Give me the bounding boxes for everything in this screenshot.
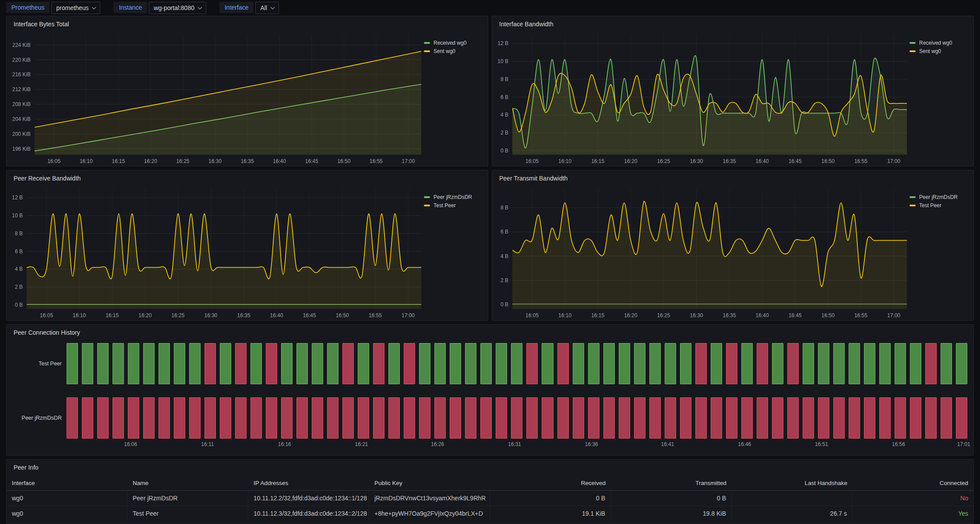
state-bar-connected[interactable] — [772, 343, 783, 384]
state-bar-connected[interactable] — [388, 343, 400, 384]
state-bar-disconnected[interactable] — [695, 343, 707, 384]
state-bar-disconnected[interactable] — [235, 343, 247, 384]
state-bar-disconnected[interactable] — [373, 343, 384, 384]
state-bar-connected[interactable] — [910, 343, 921, 384]
state-bar-connected[interactable] — [434, 343, 446, 384]
table-header-cell[interactable]: IP Addresses — [248, 476, 369, 491]
time-series-chart[interactable]: 12 B10 B8 B6 B4 B2 B0 B16:0516:1016:1516… — [7, 184, 424, 320]
state-bar-disconnected[interactable] — [388, 397, 400, 439]
state-bar-disconnected[interactable] — [588, 397, 599, 439]
state-bar-disconnected[interactable] — [726, 397, 737, 439]
panel-title[interactable]: Peer Receive Bandwidth — [7, 170, 488, 184]
state-bar-connected[interactable] — [496, 343, 507, 384]
panel-title[interactable]: Peer Info — [7, 460, 973, 473]
state-bar-disconnected[interactable] — [895, 397, 906, 439]
table-header-cell[interactable]: Name — [127, 476, 248, 491]
state-bar-disconnected[interactable] — [373, 397, 384, 439]
state-bar-disconnected[interactable] — [128, 397, 139, 439]
state-bar-disconnected[interactable] — [511, 397, 522, 439]
legend-item[interactable]: Peer jRzmDsDR — [909, 194, 971, 200]
state-bar-disconnected[interactable] — [496, 397, 507, 439]
state-bar-connected[interactable] — [649, 343, 661, 384]
state-bar-disconnected[interactable] — [695, 397, 707, 439]
state-bar-disconnected[interactable] — [404, 343, 415, 384]
state-bar-connected[interactable] — [143, 343, 155, 384]
state-bar-connected[interactable] — [895, 343, 906, 384]
state-bar-connected[interactable] — [542, 343, 553, 384]
legend-item[interactable]: Sent wg0 — [909, 48, 971, 54]
state-bar-connected[interactable] — [665, 343, 676, 384]
state-bar-connected[interactable] — [818, 343, 829, 384]
state-bar-connected[interactable] — [711, 343, 722, 384]
state-bar-disconnected[interactable] — [941, 397, 952, 439]
state-bar-disconnected[interactable] — [204, 397, 216, 439]
state-bar-disconnected[interactable] — [619, 397, 630, 439]
state-bar-connected[interactable] — [159, 343, 170, 384]
state-bar-disconnected[interactable] — [174, 397, 185, 439]
table-header-cell[interactable]: Transmitted — [611, 476, 732, 491]
state-bar-connected[interactable] — [619, 343, 630, 384]
state-bar-disconnected[interactable] — [480, 397, 492, 439]
state-bar-connected[interactable] — [803, 343, 814, 384]
state-bar-disconnected[interactable] — [404, 397, 415, 439]
state-bar-connected[interactable] — [480, 343, 492, 384]
state-bar-disconnected[interactable] — [296, 397, 308, 439]
state-bar-disconnected[interactable] — [787, 343, 799, 384]
state-bar-connected[interactable] — [419, 343, 430, 384]
table-header-cell[interactable]: Connected — [853, 476, 973, 491]
panel-title[interactable]: Peer Connection History — [7, 325, 973, 338]
state-bar-disconnected[interactable] — [189, 397, 201, 439]
state-bar-disconnected[interactable] — [833, 397, 845, 439]
state-bar-disconnected[interactable] — [143, 397, 155, 439]
state-bar-disconnected[interactable] — [434, 397, 446, 439]
state-bar-connected[interactable] — [97, 343, 109, 384]
panel-title[interactable]: Peer Transmit Bandwidth — [492, 170, 973, 184]
state-bar-disconnected[interactable] — [327, 397, 338, 439]
state-bar-connected[interactable] — [220, 343, 231, 384]
state-bar-connected[interactable] — [956, 343, 967, 384]
state-bar-disconnected[interactable] — [113, 397, 124, 439]
panel-title[interactable]: Interface Bandwidth — [492, 16, 973, 29]
state-bar-disconnected[interactable] — [419, 397, 430, 439]
state-bar-disconnected[interactable] — [465, 397, 476, 439]
state-bar-connected[interactable] — [573, 343, 584, 384]
state-bar-disconnected[interactable] — [649, 397, 661, 439]
state-bar-connected[interactable] — [189, 343, 201, 384]
state-bar-connected[interactable] — [82, 343, 93, 384]
legend-item[interactable]: Received wg0 — [424, 40, 485, 46]
state-bar-disconnected[interactable] — [542, 397, 553, 439]
variable-select-prometheus[interactable]: prometheus — [51, 2, 100, 14]
state-bar-disconnected[interactable] — [573, 397, 584, 439]
state-bar-connected[interactable] — [849, 343, 860, 384]
state-bar-disconnected[interactable] — [358, 397, 369, 439]
state-bar-connected[interactable] — [741, 343, 753, 384]
state-bar-connected[interactable] — [634, 343, 645, 384]
state-bar-disconnected[interactable] — [67, 397, 78, 439]
state-bar-disconnected[interactable] — [910, 397, 921, 439]
state-bar-connected[interactable] — [250, 343, 262, 384]
state-bar-disconnected[interactable] — [450, 397, 461, 439]
state-bar-connected[interactable] — [327, 343, 338, 384]
state-bar-connected[interactable] — [833, 343, 845, 384]
legend-item[interactable]: Test Peer — [424, 202, 485, 209]
state-bar-disconnected[interactable] — [557, 343, 569, 384]
state-bar-disconnected[interactable] — [849, 397, 860, 439]
variable-select-interface[interactable]: All — [255, 2, 279, 14]
state-bar-disconnected[interactable] — [526, 343, 538, 384]
state-bar-connected[interactable] — [296, 343, 308, 384]
state-bar-disconnected[interactable] — [97, 397, 109, 439]
table-header-cell[interactable]: Last Handshake — [732, 476, 853, 491]
state-bar-disconnected[interactable] — [864, 397, 875, 439]
state-bar-disconnected[interactable] — [772, 397, 783, 439]
table-header-cell[interactable]: Public Key — [369, 476, 490, 491]
time-series-chart[interactable]: 12 B10 B8 B6 B4 B2 B0 B16:0516:1016:1516… — [492, 29, 909, 166]
table-header-cell[interactable]: Received — [490, 476, 611, 491]
state-bar-disconnected[interactable] — [82, 397, 93, 439]
state-bar-connected[interactable] — [511, 343, 522, 384]
state-bar-disconnected[interactable] — [312, 397, 323, 439]
state-bar-connected[interactable] — [450, 343, 461, 384]
state-bar-disconnected[interactable] — [757, 343, 768, 384]
state-bar-disconnected[interactable] — [925, 397, 937, 439]
state-bar-disconnected[interactable] — [266, 343, 277, 384]
state-bar-connected[interactable] — [864, 343, 875, 384]
